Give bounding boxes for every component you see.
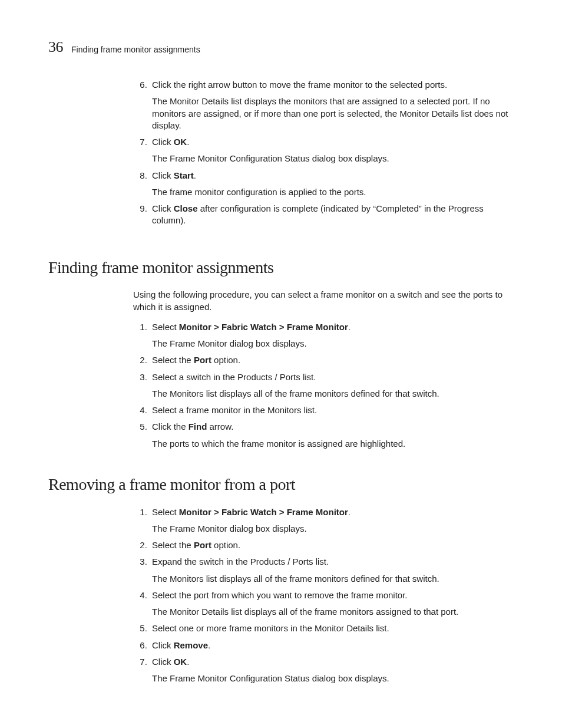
list-item: Select the port from which you want to r… (150, 589, 514, 618)
step-text: Select the Port option. (152, 540, 240, 550)
step-text: Select a switch in the Products / Ports … (152, 372, 316, 382)
list-item: Select the Port option. (150, 354, 514, 366)
list-item: Click Start.The frame monitor configurat… (150, 170, 514, 199)
step-text: Select Monitor > Fabric Watch > Frame Mo… (152, 322, 351, 332)
ui-term: Close (174, 203, 198, 213)
step-text: Click OK. (152, 137, 189, 147)
step-text: Expand the switch in the Products / Port… (152, 556, 329, 566)
list-item: Select Monitor > Fabric Watch > Frame Mo… (150, 321, 514, 350)
ui-term: Remove (174, 640, 208, 650)
list-item: Select a frame monitor in the Monitors l… (150, 404, 514, 416)
step-result: The Monitors list displays all of the fr… (152, 388, 514, 400)
page-body: Click the right arrow button to move the… (48, 79, 514, 689)
list-item: Click Close after configuration is compl… (150, 203, 514, 227)
page-number: 36 (48, 37, 63, 57)
step-text: Click OK. (152, 657, 189, 667)
step-text: Click the right arrow button to move the… (152, 80, 447, 90)
procedure-steps-finding: Select Monitor > Fabric Watch > Frame Mo… (131, 321, 514, 450)
procedure-steps-continued: Click the right arrow button to move the… (131, 79, 514, 227)
ui-term: Start (174, 170, 194, 180)
ui-term: Port (194, 355, 211, 365)
step-text: Select the Port option. (152, 355, 240, 365)
step-result: The Frame Monitor dialog box displays. (152, 523, 514, 535)
step-text: Click Close after configuration is compl… (152, 203, 484, 225)
ui-term: Find (189, 421, 207, 431)
list-item: Select Monitor > Fabric Watch > Frame Mo… (150, 506, 514, 535)
ui-term: Monitor > Fabric Watch > Frame Monitor (179, 507, 348, 517)
step-result: The Frame Monitor Configuration Status d… (152, 673, 514, 684)
ui-term: Port (194, 540, 211, 550)
procedure-steps-removing: Select Monitor > Fabric Watch > Frame Mo… (131, 506, 514, 685)
step-result: The frame monitor configuration is appli… (152, 186, 514, 198)
step-text: Click Remove. (152, 640, 210, 650)
list-item: Click OK.The Frame Monitor Configuration… (150, 656, 514, 685)
step-text: Select one or more frame monitors in the… (152, 623, 389, 633)
page-header: 36 Finding frame monitor assignments (48, 37, 514, 57)
list-item: Expand the switch in the Products / Port… (150, 556, 514, 585)
section-intro: Using the following procedure, you can s… (133, 289, 514, 313)
page: 36 Finding frame monitor assignments Cli… (0, 0, 562, 728)
step-text: Select the port from which you want to r… (152, 590, 408, 600)
step-result: The Frame Monitor Configuration Status d… (152, 153, 514, 164)
step-result: The ports to which the frame monitor is … (152, 438, 514, 450)
list-item: Click the right arrow button to move the… (150, 79, 514, 131)
step-result: The Frame Monitor dialog box displays. (152, 338, 514, 350)
step-text: Select Monitor > Fabric Watch > Frame Mo… (152, 507, 351, 517)
section-heading-removing: Removing a frame monitor from a port (48, 473, 514, 496)
list-item: Click the Find arrow.The ports to which … (150, 421, 514, 450)
step-result: The Monitor Details list displays the mo… (152, 95, 514, 131)
step-text: Select a frame monitor in the Monitors l… (152, 405, 317, 415)
ui-term: OK (174, 137, 187, 147)
step-result: The Monitors list displays all of the fr… (152, 573, 514, 585)
ui-term: OK (174, 657, 187, 667)
step-result: The Monitor Details list displays all of… (152, 606, 514, 618)
list-item: Select one or more frame monitors in the… (150, 622, 514, 634)
list-item: Click OK.The Frame Monitor Configuration… (150, 136, 514, 165)
list-item: Select the Port option. (150, 539, 514, 551)
running-title: Finding frame monitor assignments (71, 44, 200, 57)
list-item: Click Remove. (150, 640, 514, 651)
section-heading-finding: Finding frame monitor assignments (48, 256, 514, 279)
step-text: Click the Find arrow. (152, 421, 233, 431)
step-text: Click Start. (152, 170, 196, 180)
list-item: Select a switch in the Products / Ports … (150, 371, 514, 400)
ui-term: Monitor > Fabric Watch > Frame Monitor (179, 322, 348, 332)
